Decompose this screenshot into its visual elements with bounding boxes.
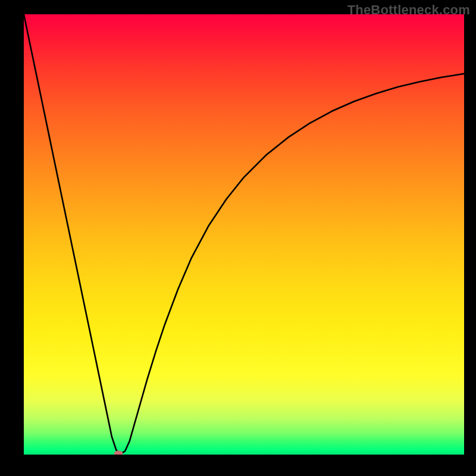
- bottleneck-curve: [24, 14, 464, 454]
- chart-frame: TheBottleneck.com: [0, 0, 476, 476]
- chart-svg: [24, 14, 464, 455]
- plot-area: [24, 14, 464, 455]
- marker-dot: [114, 450, 123, 455]
- watermark-text: TheBottleneck.com: [347, 2, 470, 18]
